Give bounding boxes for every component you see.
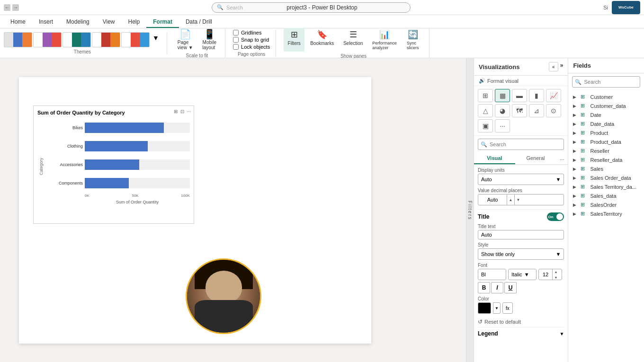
x-axis-100k: 100K	[181, 194, 190, 198]
font-family-select[interactable]: Bl	[478, 269, 506, 280]
field-salesorder[interactable]: ▶ ⊞ SalesOrder	[568, 200, 644, 209]
color-swatch[interactable]	[478, 302, 491, 314]
viz-content: Display units Auto ▼ Value decimal place…	[474, 165, 568, 362]
display-units-select[interactable]: Auto ▼	[478, 174, 564, 185]
bar-track-clothing	[85, 141, 190, 151]
theme-2[interactable]	[33, 32, 62, 47]
viz-collapse-left[interactable]: «	[549, 62, 558, 71]
title-section-header[interactable]: Title On	[478, 212, 564, 221]
theme-4[interactable]	[92, 32, 120, 47]
title-toggle[interactable]: On	[547, 212, 564, 221]
font-label: Font	[478, 263, 564, 268]
tab-insert[interactable]: Insert	[32, 17, 60, 28]
chart-filter-btn[interactable]: ⊞	[173, 108, 179, 115]
field-customer[interactable]: ▶ ⊞ Customer	[568, 92, 644, 101]
fields-search-icon: 🔍	[575, 79, 581, 85]
theme-5[interactable]	[121, 32, 150, 47]
tab-data-drill[interactable]: Data / Drill	[179, 17, 219, 28]
value-decimal-stepper[interactable]: ▲ ▼	[478, 194, 564, 205]
tab-modeling[interactable]: Modeling	[60, 17, 96, 28]
field-sales-territory[interactable]: ▶ ⊞ Sales Territory_da...	[568, 182, 644, 191]
font-size-down[interactable]: ▼	[553, 274, 559, 280]
stepper-down[interactable]: ▼	[514, 194, 522, 205]
viz-matrix-btn[interactable]: ▦	[495, 89, 510, 102]
date-data-field-name: Date_data	[590, 121, 639, 127]
display-units-chevron: ▼	[556, 177, 561, 182]
italic-btn[interactable]: I	[491, 282, 503, 293]
back-btn[interactable]: ←	[4, 4, 10, 11]
field-reseller[interactable]: ▶ ⊞ Reseller	[568, 146, 644, 155]
viz-tab-general[interactable]: General	[515, 153, 556, 164]
title-text-input[interactable]: Auto	[478, 230, 564, 239]
tab-help[interactable]: Help	[122, 17, 147, 28]
canvas-area[interactable]: ⊞ ⊡ ··· Sum of Order Quantity by Categor…	[0, 58, 466, 362]
tab-home[interactable]: Home	[4, 17, 32, 28]
bookmarks-label: Bookmarks	[310, 41, 334, 46]
theme-3[interactable]	[63, 32, 91, 47]
selection-btn[interactable]: ☰ Selection	[340, 28, 367, 52]
filters-pane-btn[interactable]: ⊞ Filters	[284, 28, 304, 52]
viz-tab-visual[interactable]: Visual	[474, 153, 515, 164]
field-sales-order-data[interactable]: ▶ ⊞ Sales Order_data	[568, 173, 644, 182]
themes-more[interactable]: ▼	[151, 32, 161, 47]
sync-slicers-btn[interactable]: 🔄 Syncslicers	[402, 28, 423, 52]
style-select[interactable]: Show title only ▼	[478, 248, 564, 260]
chart-expand-btn[interactable]: ⊡	[179, 108, 185, 115]
snap-to-grid-checkbox[interactable]: Snap to grid	[233, 37, 270, 43]
font-style-select[interactable]: Italic ▼	[508, 269, 537, 280]
lock-objects-checkbox[interactable]: Lock objects	[233, 44, 270, 50]
fields-search-input[interactable]	[572, 76, 640, 88]
field-sales[interactable]: ▶ ⊞ Sales	[568, 164, 644, 173]
font-size-input[interactable]	[539, 272, 552, 277]
bookmarks-btn[interactable]: 🔖 Bookmarks	[306, 28, 338, 52]
viz-pie-btn[interactable]: ◕	[495, 104, 510, 117]
chart-more-btn[interactable]: ···	[186, 108, 192, 115]
chart-container[interactable]: ⊞ ⊡ ··· Sum of Order Quantity by Categor…	[33, 106, 194, 224]
color-dropdown-btn[interactable]: ▼	[493, 302, 501, 314]
viz-expand-right[interactable]: »	[560, 62, 564, 71]
chart-area: Category Bikes Clothing	[37, 119, 190, 214]
field-product-data[interactable]: ▶ ⊞ Product_data	[568, 137, 644, 146]
field-product[interactable]: ▶ ⊞ Product	[568, 128, 644, 137]
tab-view[interactable]: View	[96, 17, 122, 28]
field-date[interactable]: ▶ ⊞ Date	[568, 110, 644, 119]
performance-btn[interactable]: 📊 Performanceanalyzer	[368, 28, 401, 52]
viz-card-btn[interactable]: ▣	[478, 119, 493, 132]
bold-btn[interactable]: B	[478, 282, 490, 293]
font-size-up[interactable]: ▲	[553, 269, 559, 274]
value-decimal-input[interactable]	[478, 197, 507, 203]
viz-bar-h-btn[interactable]: ▬	[512, 89, 527, 102]
gridlines-checkbox[interactable]: Gridlines	[233, 30, 270, 35]
viz-search-input[interactable]	[478, 139, 564, 150]
window-controls[interactable]: ← →	[4, 4, 19, 11]
mobile-layout-btn[interactable]: 📱 Mobilelayout	[200, 28, 219, 51]
field-date-data[interactable]: ▶ ⊞ Date_data	[568, 119, 644, 128]
field-reseller-data[interactable]: ▶ ⊞ Reseller_data	[568, 155, 644, 164]
page-view-btn[interactable]: 📄 Pageview ▼	[175, 28, 196, 51]
viz-tab-more[interactable]: ...	[556, 153, 568, 164]
field-customer-data[interactable]: ▶ ⊞ Customer_data	[568, 101, 644, 110]
legend-section[interactable]: Legend ▼	[478, 327, 564, 337]
forward-btn[interactable]: →	[12, 4, 19, 11]
viz-table-btn[interactable]: ⊞	[478, 89, 493, 102]
viz-funnel-btn[interactable]: ⊿	[529, 104, 544, 117]
theme-1[interactable]	[4, 32, 32, 47]
viz-line-btn[interactable]: 📈	[546, 89, 561, 102]
sign-in[interactable]: Si	[603, 5, 608, 10]
field-salesterritory[interactable]: ▶ ⊞ SalesTerritory	[568, 209, 644, 218]
viz-map-btn[interactable]: 🗺	[512, 104, 527, 117]
product-data-table-icon: ⊞	[581, 139, 587, 145]
font-size-box[interactable]: ▲ ▼	[538, 269, 562, 280]
viz-bar-v-btn[interactable]: ▮	[529, 89, 544, 102]
field-sales-data[interactable]: ▶ ⊞ Sales_data	[568, 191, 644, 200]
viz-gauge-btn[interactable]: ⊙	[546, 104, 561, 117]
viz-area-btn[interactable]: △	[478, 104, 493, 117]
viz-more-btn[interactable]: ···	[495, 119, 510, 132]
fx-button[interactable]: fx	[502, 302, 513, 314]
filters-panel[interactable]: Filters	[466, 58, 474, 362]
stepper-up[interactable]: ▲	[507, 194, 514, 205]
webcam-body	[195, 300, 253, 333]
reset-to-default-btn[interactable]: ↺ Reset to default	[478, 317, 564, 327]
tab-format[interactable]: Format	[146, 17, 179, 28]
underline-btn[interactable]: U	[504, 282, 517, 293]
